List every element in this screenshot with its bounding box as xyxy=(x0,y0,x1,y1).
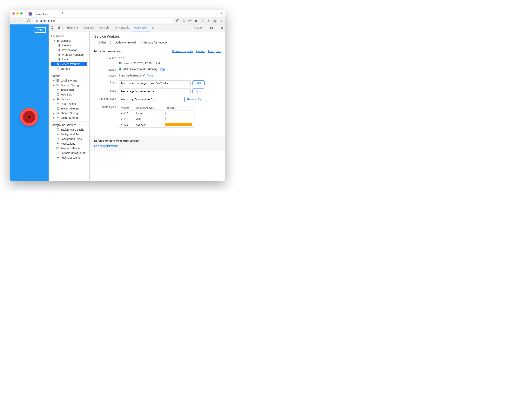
sidebar-item-periodic-bg[interactable]: Periodic Background xyxy=(51,151,87,155)
see-all-registrations-link[interactable]: See all registrations xyxy=(94,144,118,147)
update-reload-checkbox[interactable]: Update on reload xyxy=(111,41,136,44)
svg-point-25 xyxy=(57,89,59,89)
kebab-menu-icon[interactable] xyxy=(215,26,218,29)
periodic-sync-button[interactable]: Periodic Sync xyxy=(184,97,207,102)
forward-button[interactable] xyxy=(19,19,24,23)
devtools-toolbar: Elements Sources Console Network Applica… xyxy=(49,24,225,31)
extensions-icon[interactable] xyxy=(194,19,198,22)
sidebar-item-storage[interactable]: Storage xyxy=(51,66,87,71)
focus-link[interactable]: focus xyxy=(147,74,153,77)
chevron-down-icon[interactable] xyxy=(220,12,223,15)
bookmark-icon[interactable] xyxy=(188,19,192,22)
offline-checkbox[interactable]: Offline xyxy=(94,41,106,44)
close-window-button[interactable] xyxy=(12,12,15,15)
sidebar-item-cookies[interactable]: ▶Cookies xyxy=(51,97,87,101)
sidebar-item-local-storage[interactable]: ▶Local Storage xyxy=(51,78,87,83)
unregister-link[interactable]: Unregister xyxy=(208,50,221,53)
status-indicator-icon xyxy=(119,68,121,70)
database-icon xyxy=(56,93,59,96)
database-icon xyxy=(56,116,59,119)
sidebar-item-trust-tokens[interactable]: Trust Tokens xyxy=(51,101,87,106)
install-button[interactable]: Install xyxy=(35,27,46,33)
inspect-icon[interactable] xyxy=(51,26,54,30)
push-label: Push xyxy=(94,80,119,84)
cycle-row-activate[interactable]: ▶#16 Activate xyxy=(119,122,194,127)
bypass-network-checkbox[interactable]: Bypass for network xyxy=(140,41,167,44)
labs-icon[interactable] xyxy=(201,19,204,22)
sidebar-item-notifications[interactable]: Notifications xyxy=(51,141,87,146)
sidebar-item-indexeddb[interactable]: IndexedDB xyxy=(51,88,87,92)
sidebar-item-shared-storage[interactable]: ▶Shared Storage xyxy=(51,111,87,116)
downloads-icon[interactable] xyxy=(207,19,210,22)
tab-console[interactable]: Console xyxy=(97,24,112,31)
tab-elements[interactable]: Elements xyxy=(65,24,81,31)
database-icon xyxy=(56,88,59,91)
close-devtools-button[interactable] xyxy=(220,26,223,29)
share-icon[interactable] xyxy=(182,19,185,22)
update-link[interactable]: Update xyxy=(196,50,205,53)
close-tab-button[interactable]: × xyxy=(55,12,56,16)
grid-icon xyxy=(56,84,59,87)
sidebar-item-identity[interactable]: Identity xyxy=(51,43,87,48)
push-input[interactable] xyxy=(119,80,191,86)
back-button[interactable] xyxy=(12,19,17,23)
tab-sources[interactable]: Sources xyxy=(81,24,96,31)
address-bar[interactable]: airhorner.com xyxy=(33,18,174,23)
sync-input[interactable] xyxy=(119,88,191,94)
sidebar-item-bgfetch[interactable]: Background Fetch xyxy=(51,132,87,137)
menu-icon[interactable] xyxy=(220,19,223,22)
warnings-badge[interactable]: 2 xyxy=(194,26,202,30)
gear-icon xyxy=(56,62,59,66)
sidebar-item-cache-storage[interactable]: ▶Cache Storage xyxy=(51,116,87,120)
tab-application[interactable]: Application xyxy=(132,24,150,31)
sidebar-item-icons[interactable]: Icons xyxy=(51,57,87,62)
periodic-sync-input[interactable] xyxy=(119,97,182,102)
svg-point-33 xyxy=(57,107,59,108)
sidebar-item-push[interactable]: Push Messaging xyxy=(51,155,87,160)
device-toggle-icon[interactable] xyxy=(57,26,60,30)
sidebar-item-presentation[interactable]: Presentation xyxy=(51,48,87,52)
more-tabs-button[interactable]: » xyxy=(151,26,155,30)
sidebar-item-session-storage[interactable]: ▶Session Storage xyxy=(51,83,87,88)
cycle-row-install[interactable]: ▶#16 Install xyxy=(119,110,194,116)
sidebar-item-bfcache[interactable]: Back/forward cache xyxy=(51,127,87,132)
browser-tab[interactable]: The Air Horner × xyxy=(26,11,59,17)
new-tab-button[interactable]: + xyxy=(61,11,64,15)
sidebar-item-protocol[interactable]: Protocol Handlers xyxy=(51,52,87,57)
settings-icon[interactable] xyxy=(210,26,213,30)
minimize-window-button[interactable] xyxy=(16,12,19,15)
profile-avatar[interactable] xyxy=(213,19,217,23)
sidebar-item-service-workers[interactable]: Service Workers xyxy=(51,62,87,66)
svg-point-15 xyxy=(217,29,217,29)
sidebar-item-bgsync[interactable]: Background Sync xyxy=(51,137,87,141)
svg-point-36 xyxy=(57,128,59,129)
horn-button[interactable] xyxy=(20,108,38,126)
network-requests-link[interactable]: Network requests xyxy=(172,50,193,53)
sidebar-group-application: Application xyxy=(51,34,87,39)
update-cycle-table: Version Update Activity Timeline ▶#16 In… xyxy=(119,105,194,127)
sidebar-item-payment[interactable]: Payment Handler xyxy=(51,146,87,151)
sidebar-item-interest-groups[interactable]: Interest Groups xyxy=(51,106,87,111)
source-file-link[interactable]: sw.js xyxy=(119,56,125,59)
svg-rect-37 xyxy=(57,147,59,149)
transfer-icon xyxy=(56,133,59,136)
install-app-icon[interactable] xyxy=(176,19,180,22)
file-icon xyxy=(56,39,59,42)
col-activity: Update Activity xyxy=(136,106,165,109)
sidebar-item-manifest[interactable]: ▼Manifest xyxy=(51,39,87,43)
reload-button[interactable] xyxy=(26,19,31,23)
warning-icon xyxy=(115,26,118,29)
sidebar-item-websql[interactable]: Web SQL xyxy=(51,92,87,97)
push-button[interactable]: Push xyxy=(192,80,204,86)
sync-button[interactable]: Sync xyxy=(192,88,204,94)
database-icon xyxy=(56,102,59,105)
svg-rect-11 xyxy=(197,28,198,28)
col-timeline: Timeline xyxy=(165,106,192,109)
maximize-window-button[interactable] xyxy=(20,12,22,15)
toolbar-icons xyxy=(176,19,223,23)
svg-point-30 xyxy=(57,99,58,100)
cycle-row-wait[interactable]: ▶#16 Wait xyxy=(119,116,194,122)
stop-link[interactable]: stop xyxy=(160,68,165,71)
sync-icon xyxy=(56,137,59,140)
tab-network[interactable]: Network xyxy=(112,24,131,31)
